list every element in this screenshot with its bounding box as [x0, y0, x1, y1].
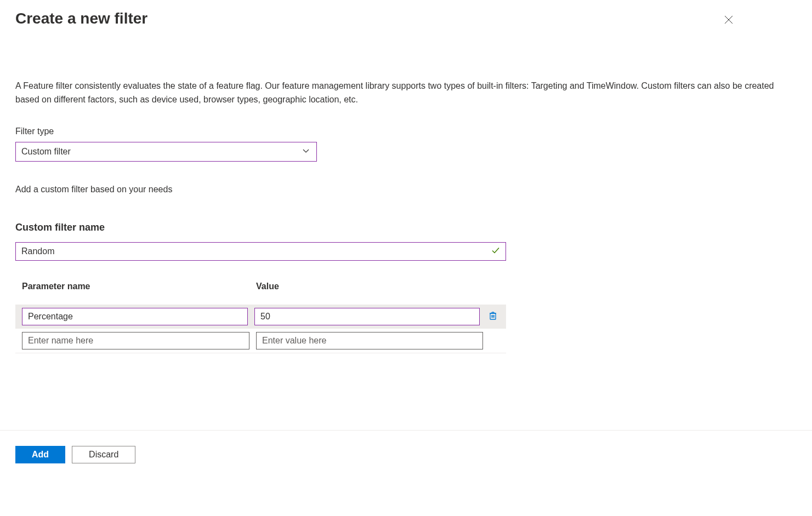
custom-filter-name-label: Custom filter name: [15, 222, 797, 233]
footer-actions: Add Discard: [0, 430, 812, 516]
trash-icon: [488, 311, 498, 322]
discard-button[interactable]: Discard: [72, 446, 135, 463]
page-title: Create a new filter: [15, 10, 147, 27]
custom-filter-subtext: Add a custom filter based on your needs: [15, 185, 797, 194]
parameter-value-header: Value: [256, 282, 483, 291]
close-button[interactable]: [721, 12, 736, 29]
table-row: [15, 305, 506, 329]
parameter-value-input[interactable]: [254, 308, 480, 325]
filter-type-value: Custom filter: [21, 147, 71, 157]
parameters-table: Parameter name Value: [15, 277, 506, 353]
delete-row-button[interactable]: [486, 310, 499, 323]
parameter-value-input-empty[interactable]: [256, 332, 483, 349]
filter-type-label: Filter type: [15, 127, 797, 136]
add-button[interactable]: Add: [15, 446, 65, 463]
custom-filter-name-input[interactable]: [15, 242, 506, 261]
checkmark-icon: [491, 245, 501, 257]
parameter-name-input-empty[interactable]: [22, 332, 249, 349]
parameter-name-header: Parameter name: [22, 282, 256, 291]
close-icon: [723, 18, 734, 27]
filter-type-select[interactable]: Custom filter: [15, 142, 317, 162]
description-text: A Feature filter consistently evaluates …: [15, 79, 797, 107]
table-row: [15, 329, 506, 353]
parameter-name-input[interactable]: [22, 308, 248, 325]
